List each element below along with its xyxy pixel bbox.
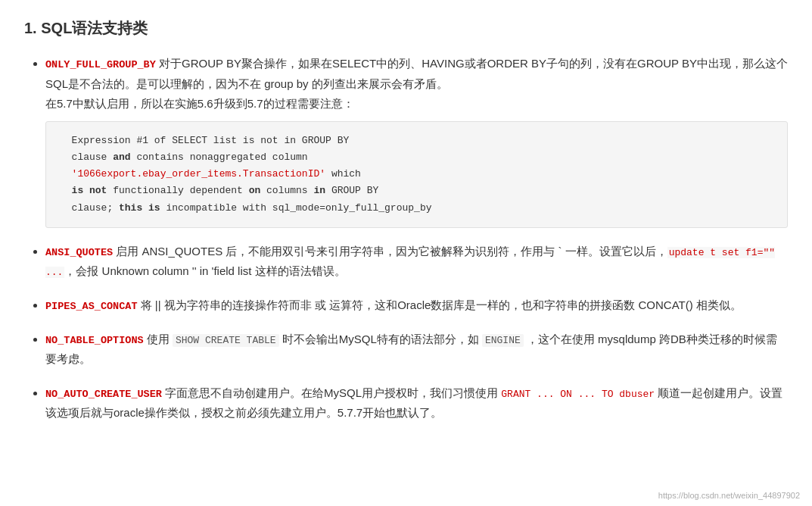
list-item: ANSI_QUOTES 启用 ANSI_QUOTES 后，不能用双引号来引用字符… <box>45 242 788 283</box>
page-title: 1. SQL语法支持类 <box>24 18 788 39</box>
item-description-5a: 字面意思不自动创建用户。在给MySQL用户授权时，我们习惯使用 <box>165 386 501 399</box>
item-description-4a: 使用 <box>147 333 173 345</box>
grant-inline-code: GRANT ... ON ... TO dbuser <box>501 389 655 400</box>
keyword-no-auto-create-user: NO_AUTO_CREATE_USER <box>45 389 162 400</box>
engine-inline: ENGINE <box>482 334 524 347</box>
keyword-no-table-options: NO_TABLE_OPTIONS <box>45 335 144 346</box>
item-description-2a: 启用 ANSI_QUOTES 后，不能用双引号来引用字符串，因为它被解释为识别符… <box>116 245 667 258</box>
items-list: ONLY_FULL_GROUP_BY 对于GROUP BY聚合操作，如果在SEL… <box>24 54 788 423</box>
list-item: NO_AUTO_CREATE_USER 字面意思不自动创建用户。在给MySQL用… <box>45 383 788 423</box>
list-item: ONLY_FULL_GROUP_BY 对于GROUP BY聚合操作，如果在SEL… <box>45 54 788 228</box>
show-create-table-inline: SHOW CREATE TABLE <box>173 334 279 347</box>
keyword-only-full-group-by: ONLY_FULL_GROUP_BY <box>45 59 156 70</box>
item-description-2b: ，会报 Unknown column '' in 'field list 这样的… <box>64 264 345 277</box>
list-item: PIPES_AS_CONCAT 将 || 视为字符串的连接操作符而非 或 运算符… <box>45 295 788 316</box>
list-item: NO_TABLE_OPTIONS 使用 SHOW CREATE TABLE 时不… <box>45 330 788 370</box>
item-description-3: 将 || 视为字符串的连接操作符而非 或 运算符，这和Oracle数据库是一样的… <box>141 298 742 311</box>
item-description-1: 对于GROUP BY聚合操作，如果在SELECT中的列、HAVING或者ORDE… <box>45 57 788 110</box>
keyword-pipes-as-concat: PIPES_AS_CONCAT <box>45 301 138 312</box>
keyword-ansi-quotes: ANSI_QUOTES <box>45 247 113 258</box>
item-description-4b: 时不会输出MySQL特有的语法部分，如 <box>279 333 482 345</box>
code-block-only-full-group-by: Expression #1 of SELECT list is not in G… <box>45 121 788 227</box>
